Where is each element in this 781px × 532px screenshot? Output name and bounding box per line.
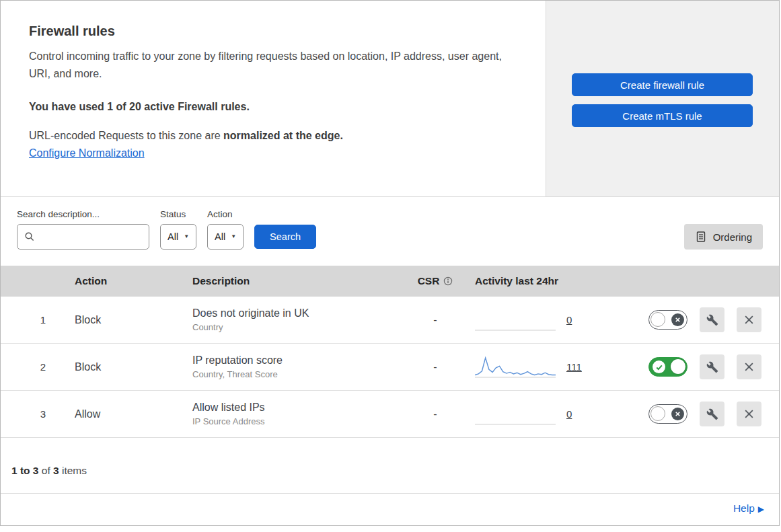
configure-rule-button[interactable] (700, 307, 724, 332)
action-filter-value: All (215, 231, 225, 242)
rule-description: IP reputation score Country, Threat Scor… (183, 354, 405, 379)
pagination-summary: 1 to 3 of 3 items (1, 438, 779, 493)
help-bar: Help▶ (1, 493, 779, 525)
action-column-header: Action (65, 275, 183, 287)
csr-column-header: CSR (405, 275, 466, 287)
rule-controls (627, 354, 779, 379)
normalization-text: URL-encoded Requests to this zone are (29, 130, 223, 141)
toggle-knob (671, 359, 685, 374)
rule-enabled-toggle[interactable] (648, 357, 687, 377)
search-input[interactable] (40, 231, 143, 243)
rule-criteria: Country (192, 322, 405, 332)
create-firewall-rule-button[interactable]: Create firewall rule (572, 73, 753, 96)
help-link[interactable]: Help▶ (733, 502, 764, 514)
configure-normalization-link[interactable]: Configure Normalization (29, 147, 145, 159)
header-section: Firewall rules Control incoming traffic … (1, 1, 779, 197)
rule-activity: 0 (466, 404, 627, 425)
search-filter-group: Search description... (17, 209, 149, 250)
close-icon (744, 362, 754, 372)
close-icon (744, 315, 754, 325)
status-filter-value: All (168, 231, 178, 242)
activity-sparkline (475, 356, 556, 378)
rule-action: Block (65, 314, 183, 326)
normalization-note: URL-encoded Requests to this zone are no… (29, 130, 525, 142)
delete-rule-button[interactable] (737, 354, 761, 379)
csr-header-label: CSR (418, 275, 440, 287)
page-description: Control incoming traffic to your zone by… (29, 48, 525, 83)
rule-activity: 0 (466, 309, 627, 331)
rule-criteria: Country, Threat Score (192, 369, 405, 379)
filter-bar: Search description... Status All▼ Action… (1, 197, 779, 266)
search-icon (24, 231, 35, 242)
table-row: 1 Block Does not originate in UK Country… (1, 297, 779, 344)
rule-controls (627, 402, 779, 426)
status-filter-select[interactable]: All▼ (160, 224, 196, 250)
status-filter-group: Status All▼ (160, 209, 196, 250)
page-title: Firewall rules (29, 24, 525, 39)
info-icon[interactable] (443, 276, 453, 286)
status-label: Status (160, 209, 196, 219)
description-column-header: Description (183, 275, 405, 287)
configure-rule-button[interactable] (700, 354, 724, 379)
usage-note: You have used 1 of 20 active Firewall ru… (29, 101, 525, 113)
activity-column-header: Activity last 24hr (466, 275, 627, 287)
rule-activity: 111 (466, 356, 627, 378)
rule-csr-value: - (405, 408, 466, 420)
rule-description: Allow listed IPs IP Source Address (183, 402, 405, 426)
x-icon (671, 408, 684, 420)
table-header: Action Description CSR Activity last 24h… (1, 266, 779, 297)
rule-csr-value: - (405, 361, 466, 373)
action-filter-group: Action All▼ (207, 209, 244, 250)
header-content: Firewall rules Control incoming traffic … (1, 1, 546, 196)
ordering-button[interactable]: Ordering (684, 224, 763, 250)
rule-csr-value: - (405, 314, 466, 326)
rule-description-text: IP reputation score (192, 354, 405, 367)
firewall-rules-page: Firewall rules Control incoming traffic … (0, 0, 780, 526)
delete-rule-button[interactable] (737, 307, 761, 332)
rule-action: Block (65, 361, 183, 373)
close-icon (744, 409, 754, 419)
action-filter-select[interactable]: All▼ (207, 224, 244, 250)
wrench-icon (706, 314, 718, 326)
rule-enabled-toggle[interactable] (648, 404, 687, 424)
rule-priority: 1 (1, 314, 65, 326)
ordering-button-label: Ordering (713, 231, 752, 243)
wrench-icon (706, 361, 718, 373)
rule-criteria: IP Source Address (192, 416, 405, 426)
toggle-knob (650, 312, 665, 327)
toggle-knob (650, 406, 665, 421)
delete-rule-button[interactable] (737, 402, 761, 426)
normalization-bold: normalized at the edge. (223, 130, 343, 141)
items-label: items (59, 465, 87, 476)
items-of-text: of (38, 465, 53, 476)
header-actions-panel: Create firewall rule Create mTLS rule (546, 1, 779, 196)
search-label: Search description... (17, 209, 149, 219)
table-row: 3 Allow Allow listed IPs IP Source Addre… (1, 391, 779, 438)
activity-sparkline (475, 404, 556, 425)
chevron-down-icon: ▼ (184, 234, 189, 239)
arrow-right-icon: ▶ (758, 504, 764, 514)
activity-sparkline (475, 309, 556, 331)
items-range: 1 to 3 (11, 465, 38, 476)
help-link-label: Help (733, 502, 755, 514)
activity-count-link[interactable]: 0 (566, 314, 572, 326)
items-total: 3 (53, 465, 59, 476)
search-button[interactable]: Search (254, 225, 316, 249)
rule-action: Allow (65, 408, 183, 420)
action-label: Action (207, 209, 244, 219)
rule-enabled-toggle[interactable] (648, 310, 687, 330)
check-icon (653, 360, 665, 373)
activity-count-link[interactable]: 0 (566, 408, 572, 420)
rule-description-text: Does not originate in UK (192, 307, 405, 319)
table-row: 2 Block IP reputation score Country, Thr… (1, 344, 779, 391)
activity-count-link[interactable]: 111 (566, 361, 582, 373)
rule-priority: 3 (1, 408, 65, 420)
search-input-box (17, 224, 149, 250)
create-mtls-rule-button[interactable]: Create mTLS rule (572, 104, 753, 127)
rule-priority: 2 (1, 361, 65, 373)
rule-controls (627, 307, 779, 332)
rule-description: Does not originate in UK Country (183, 307, 405, 332)
configure-rule-button[interactable] (700, 402, 724, 426)
list-document-icon (695, 231, 707, 243)
chevron-down-icon: ▼ (231, 234, 236, 239)
